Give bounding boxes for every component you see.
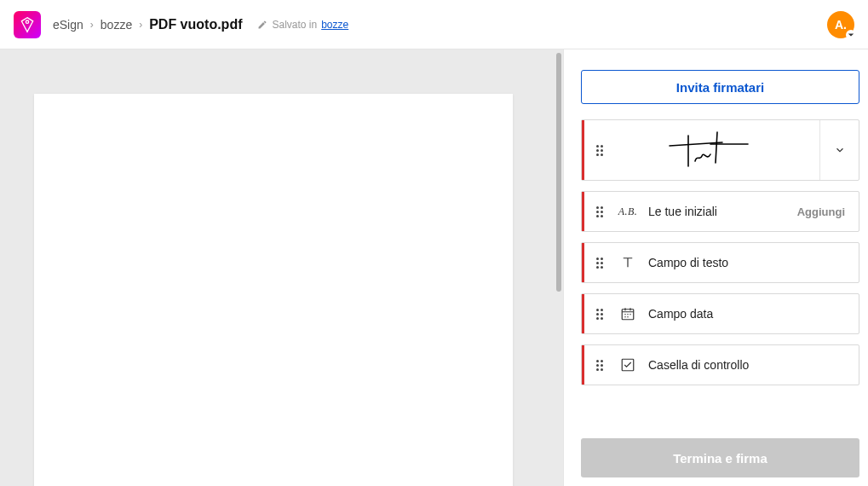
checkbox-icon	[616, 357, 640, 373]
finish-and-sign-button[interactable]: Termina e firma	[581, 438, 859, 477]
sidebar: Invita firmatari	[563, 49, 868, 486]
expand-signature-button[interactable]	[819, 120, 859, 180]
saved-link[interactable]: bozze	[321, 19, 348, 31]
drag-handle-icon[interactable]	[592, 206, 607, 217]
pencil-icon	[257, 20, 267, 30]
field-initials[interactable]: A.B. Le tue iniziali Aggiungi	[581, 191, 859, 232]
main: Invita firmatari	[0, 49, 868, 486]
breadcrumb: eSign › bozze › PDF vuoto.pdf	[53, 17, 242, 32]
field-label: Campo di testo	[648, 256, 859, 269]
pdf-page[interactable]	[34, 94, 513, 486]
svg-point-0	[26, 20, 28, 23]
chevron-down-icon	[834, 144, 846, 156]
calendar-icon	[616, 306, 640, 321]
drag-handle-icon[interactable]	[592, 145, 607, 156]
saved-label: Salvato in	[272, 19, 317, 31]
add-initials-button[interactable]: Aggiungi	[797, 205, 845, 218]
app-logo[interactable]	[14, 11, 41, 38]
crumb-document[interactable]: PDF vuoto.pdf	[149, 17, 242, 32]
scrollbar[interactable]	[555, 49, 563, 486]
field-checkbox[interactable]: Casella di controllo	[581, 344, 859, 385]
drag-handle-icon[interactable]	[592, 360, 607, 371]
invite-signers-button[interactable]: Invita firmatari	[581, 70, 859, 104]
breadcrumb-separator: ›	[90, 19, 94, 31]
header: eSign › bozze › PDF vuoto.pdf Salvato in…	[0, 0, 868, 49]
scrollbar-thumb[interactable]	[556, 53, 561, 292]
text-icon	[616, 255, 640, 270]
field-list: A.B. Le tue iniziali Aggiungi Campo di t…	[581, 119, 859, 385]
signature-icon	[663, 130, 765, 170]
field-label: Casella di controllo	[648, 358, 859, 372]
field-label: Campo data	[648, 307, 859, 321]
field-accent-bar	[582, 345, 584, 385]
avatar-initial: A.	[835, 18, 847, 32]
initials-icon: A.B.	[616, 205, 640, 218]
field-accent-bar	[582, 120, 584, 180]
drag-handle-icon[interactable]	[592, 257, 607, 269]
field-accent-bar	[582, 294, 584, 333]
crumb-app[interactable]: eSign	[53, 18, 83, 32]
saved-status: Salvato in bozze	[257, 19, 348, 31]
crumb-folder[interactable]: bozze	[101, 18, 132, 32]
avatar-caret-icon	[846, 30, 856, 40]
user-avatar[interactable]: A.	[827, 11, 854, 38]
field-accent-bar	[582, 192, 584, 231]
signature-preview	[607, 130, 819, 170]
drag-handle-icon[interactable]	[592, 309, 607, 320]
field-signature[interactable]	[581, 119, 859, 181]
field-accent-bar	[582, 243, 584, 282]
breadcrumb-separator: ›	[139, 19, 142, 31]
document-canvas[interactable]	[0, 49, 563, 486]
field-text[interactable]: Campo di testo	[581, 242, 859, 283]
field-label: Le tue iniziali	[648, 205, 797, 218]
field-date[interactable]: Campo data	[581, 293, 859, 334]
